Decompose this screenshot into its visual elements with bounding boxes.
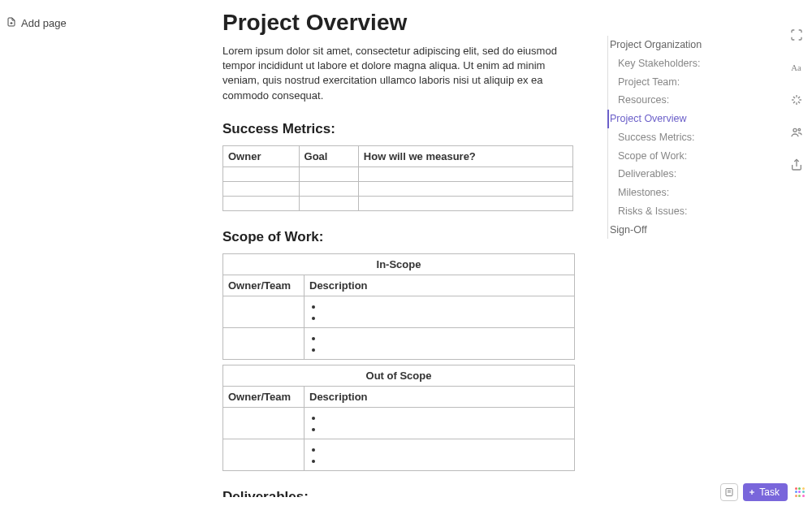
svg-text:Aa: Aa [791,63,801,72]
in-scope-table[interactable]: In-Scope Owner/Team Description [222,253,575,360]
metrics-col-owner[interactable]: Owner [223,145,300,167]
deliverables-heading[interactable]: Deliverables: [222,489,580,497]
outline-item[interactable]: Resources: [608,91,770,110]
scope-heading[interactable]: Scope of Work: [222,229,580,245]
document-body: Project Overview Lorem ipsum dolor sit a… [222,10,580,497]
add-page-label: Add page [21,17,67,29]
page-title[interactable]: Project Overview [222,10,580,36]
grid-icon [795,487,805,497]
add-page-button[interactable]: Add page [6,16,67,30]
metrics-col-goal[interactable]: Goal [299,145,358,167]
outline-item[interactable]: Risks & Issues: [608,202,770,221]
task-button-label: Task [759,487,780,498]
metrics-heading[interactable]: Success Metrics: [222,121,580,137]
outline-item[interactable]: Project Overview [607,110,770,128]
document-outline: Project OrganizationKey Stakeholders:Pro… [607,36,770,239]
outline-item[interactable]: Scope of Work: [608,147,770,166]
outline-item[interactable]: Sign-Off [608,221,770,240]
app-grid-button[interactable] [793,485,807,500]
outline-item[interactable]: Key Stakeholders: [608,54,770,73]
metrics-table[interactable]: Owner Goal How will we measure? [222,145,573,211]
out-scope-col-desc[interactable]: Description [304,386,575,407]
outline-item[interactable]: Success Metrics: [608,128,770,147]
task-button[interactable]: Task [743,483,788,501]
sparkle-icon[interactable] [789,93,804,107]
right-tool-rail: Aa [788,28,806,172]
out-scope-col-owner[interactable]: Owner/Team [223,386,304,407]
metrics-col-measure[interactable]: How will we measure? [358,145,572,167]
outline-item[interactable]: Project Organization [608,36,770,54]
expand-icon[interactable] [789,28,804,42]
bottom-action-bar: Task [720,483,807,501]
outline-item[interactable]: Deliverables: [608,165,770,184]
people-icon[interactable] [789,125,804,140]
svg-point-1 [793,128,797,132]
note-button[interactable] [720,483,738,501]
share-icon[interactable] [789,158,804,172]
in-scope-col-desc[interactable]: Description [304,275,575,296]
outline-item[interactable]: Milestones: [608,184,770,202]
svg-point-2 [798,128,801,131]
page-plus-icon [6,16,16,30]
out-scope-table[interactable]: Out of Scope Owner/Team Description [222,365,575,471]
outline-item[interactable]: Project Team: [608,73,770,92]
in-scope-title[interactable]: In-Scope [223,253,575,275]
in-scope-col-owner[interactable]: Owner/Team [223,275,304,296]
intro-paragraph[interactable]: Lorem ipsum dolor sit amet, consectetur … [222,44,580,103]
out-scope-title[interactable]: Out of Scope [223,365,575,386]
typography-icon[interactable]: Aa [789,60,804,75]
